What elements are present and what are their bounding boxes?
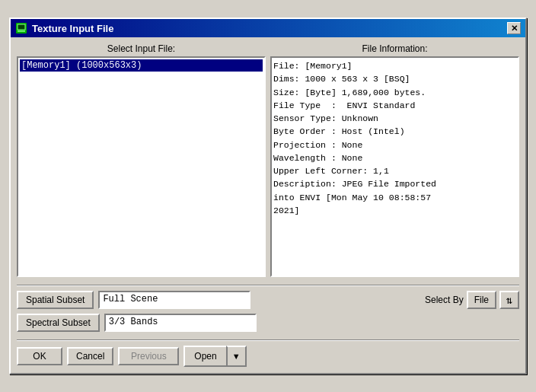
file-list-item[interactable]: [Memory1] (1000x563x3) bbox=[20, 59, 263, 72]
select-by-file-button[interactable]: File bbox=[467, 291, 496, 309]
select-by-group: Select By File ⇅ bbox=[425, 291, 519, 309]
file-list[interactable]: [Memory1] (1000x563x3) bbox=[17, 56, 266, 277]
ok-button[interactable]: OK bbox=[17, 347, 62, 365]
right-panel-label: File Information: bbox=[270, 43, 519, 54]
main-window: Texture Input File ✕ Select Input File: … bbox=[9, 18, 527, 374]
spatial-subset-button[interactable]: Spatial Subset bbox=[17, 291, 94, 309]
close-button[interactable]: ✕ bbox=[507, 22, 521, 34]
right-panel: File Information: File: [Memory1] Dims: … bbox=[270, 43, 519, 277]
left-panel: Select Input File: [Memory1] (1000x563x3… bbox=[17, 43, 266, 277]
spectral-subset-button[interactable]: Spectral Subset bbox=[17, 314, 100, 332]
spectral-subset-field: 3/3 Bands bbox=[104, 314, 257, 332]
content-area: Select Input File: [Memory1] (1000x563x3… bbox=[11, 37, 525, 373]
open-button[interactable]: Open bbox=[183, 346, 225, 367]
cancel-button[interactable]: Cancel bbox=[67, 347, 113, 365]
spectral-subset-row: Spectral Subset 3/3 Bands bbox=[17, 314, 519, 332]
window-icon bbox=[15, 22, 27, 34]
panels-row: Select Input File: [Memory1] (1000x563x3… bbox=[17, 43, 519, 277]
bottom-row: OK Cancel Previous Open ▼ bbox=[17, 346, 519, 367]
title-bar: Texture Input File ✕ bbox=[11, 19, 525, 37]
file-info-box: File: [Memory1] Dims: 1000 x 563 x 3 [BS… bbox=[270, 56, 519, 277]
sort-button[interactable]: ⇅ bbox=[499, 291, 519, 309]
divider bbox=[17, 285, 519, 286]
open-arrow-button[interactable]: ▼ bbox=[226, 346, 247, 367]
window-title: Texture Input File bbox=[32, 23, 113, 34]
title-bar-left: Texture Input File bbox=[15, 22, 113, 34]
svg-rect-1 bbox=[18, 24, 25, 30]
file-info-text: File: [Memory1] Dims: 1000 x 563 x 3 [BS… bbox=[273, 59, 516, 217]
previous-button[interactable]: Previous bbox=[118, 347, 179, 365]
controls-area: Spatial Subset Full Scene Select By File… bbox=[17, 291, 519, 332]
spatial-subset-row: Spatial Subset Full Scene Select By File… bbox=[17, 291, 519, 309]
sort-icon: ⇅ bbox=[506, 294, 512, 307]
left-panel-label: Select Input File: bbox=[17, 43, 266, 54]
divider-2 bbox=[17, 339, 519, 341]
open-dropdown-icon: ▼ bbox=[232, 352, 241, 361]
open-button-group: Open ▼ bbox=[183, 346, 246, 367]
select-by-label: Select By bbox=[425, 295, 464, 305]
spatial-subset-field: Full Scene bbox=[98, 291, 250, 309]
